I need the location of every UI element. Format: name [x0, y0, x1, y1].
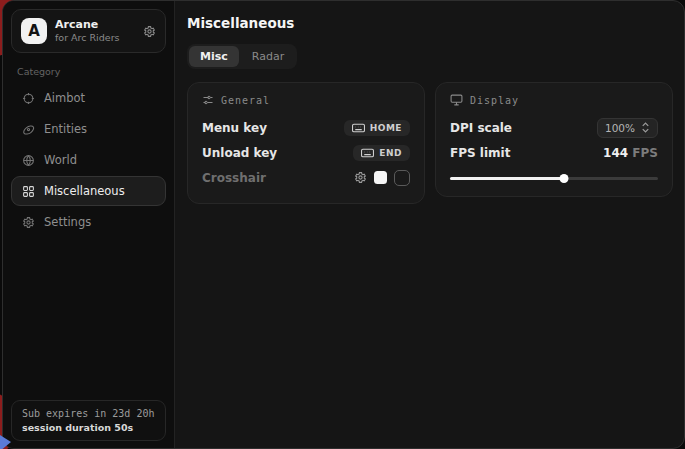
- display-panel-title: Display: [470, 95, 519, 106]
- fps-limit-row: FPS limit 144 FPS: [450, 140, 658, 165]
- dpi-scale-select[interactable]: 100%: [597, 118, 658, 138]
- dpi-scale-row: DPI scale 100%: [450, 115, 658, 140]
- brand-gear-icon[interactable]: [143, 25, 156, 38]
- slider-fill: [450, 177, 564, 180]
- app-window: A Arcane for Arc Riders Category: [2, 0, 685, 449]
- sliders-icon: [202, 94, 214, 106]
- crosshair-settings-gear-icon[interactable]: [354, 171, 367, 184]
- crosshair-label: Crosshair: [202, 171, 266, 185]
- slider-thumb[interactable]: [560, 174, 569, 183]
- desktop-stage: A Arcane for Arc Riders Category: [0, 0, 685, 449]
- sidebar-item-settings[interactable]: Settings: [11, 207, 166, 237]
- sidebar-item-label: Aimbot: [44, 91, 85, 105]
- globe-icon: [22, 154, 35, 167]
- fps-limit-slider[interactable]: [450, 174, 658, 183]
- sidebar-item-label: World: [44, 153, 77, 167]
- fps-unit: FPS: [632, 146, 658, 160]
- unload-key-bind-button[interactable]: END: [353, 145, 410, 161]
- sub-expiry-text: Sub expires in 23d 20h: [22, 408, 155, 419]
- crosshair-color-swatch[interactable]: [374, 171, 387, 184]
- app-logo: A: [21, 18, 47, 44]
- entities-icon: [22, 123, 35, 136]
- monitor-icon: [450, 94, 463, 106]
- sidebar-nav: Aimbot Entities: [11, 83, 166, 237]
- page-title: Miscellaneous: [187, 15, 673, 31]
- general-panel: General Menu key HOME: [187, 82, 425, 204]
- tab-radar[interactable]: Radar: [241, 46, 295, 67]
- keyboard-icon: [361, 148, 374, 158]
- sidebar: A Arcane for Arc Riders Category: [3, 1, 175, 448]
- fps-limit-label: FPS limit: [450, 146, 510, 160]
- subscription-card: Sub expires in 23d 20h session duration …: [11, 400, 166, 441]
- unload-key-label: Unload key: [202, 146, 277, 160]
- sidebar-item-miscellaneous[interactable]: Miscellaneous: [11, 176, 166, 206]
- session-duration-text: session duration 50s: [22, 422, 155, 433]
- keyboard-icon: [352, 123, 365, 133]
- menu-key-label: Menu key: [202, 121, 267, 135]
- menu-key-row: Menu key HOME: [202, 115, 410, 140]
- mouse-cursor: [0, 435, 11, 449]
- category-label: Category: [17, 66, 160, 77]
- unload-key-row: Unload key END: [202, 140, 410, 165]
- sidebar-item-aimbot[interactable]: Aimbot: [11, 83, 166, 113]
- tab-misc[interactable]: Misc: [189, 46, 239, 67]
- crosshair-checkbox[interactable]: [394, 170, 410, 186]
- chevrons-up-down-icon: [641, 122, 650, 133]
- sidebar-item-entities[interactable]: Entities: [11, 114, 166, 144]
- crosshair-icon: [22, 92, 35, 105]
- fps-limit-value: 144 FPS: [603, 146, 658, 160]
- menu-key-bind-button[interactable]: HOME: [344, 120, 410, 136]
- tab-bar: Misc Radar: [187, 44, 297, 69]
- main-content: Miscellaneous Misc Radar General: [175, 1, 685, 448]
- app-subtitle: for Arc Riders: [55, 32, 135, 44]
- brand-card: A Arcane for Arc Riders: [11, 9, 166, 53]
- sidebar-item-label: Settings: [44, 215, 91, 229]
- dpi-scale-label: DPI scale: [450, 121, 512, 135]
- sidebar-item-label: Miscellaneous: [44, 184, 125, 198]
- gear-icon: [22, 216, 35, 229]
- sidebar-item-label: Entities: [44, 122, 87, 136]
- app-title: Arcane: [55, 18, 135, 32]
- sidebar-item-world[interactable]: World: [11, 145, 166, 175]
- panels-row: General Menu key HOME: [187, 82, 673, 204]
- crosshair-row: Crosshair: [202, 165, 410, 190]
- display-panel: Display DPI scale 100%: [435, 82, 673, 197]
- grid-icon: [22, 185, 35, 198]
- general-panel-title: General: [221, 95, 270, 106]
